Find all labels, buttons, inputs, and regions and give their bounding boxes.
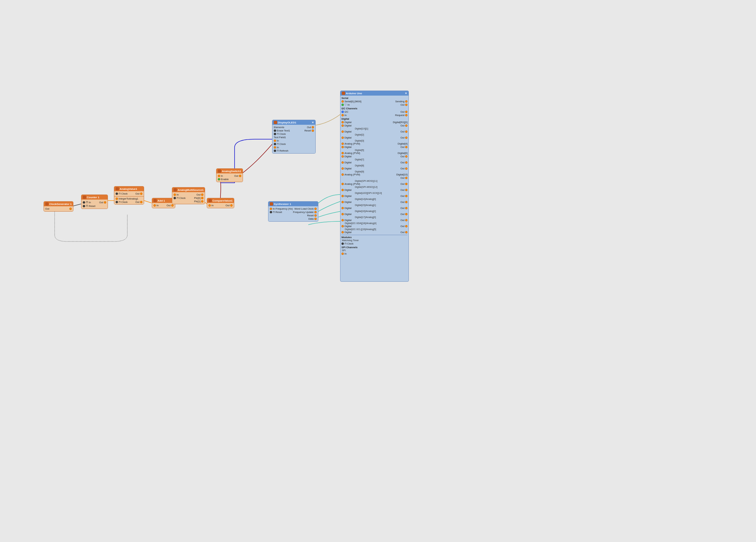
port-data-dot[interactable]: [314, 218, 317, 220]
port-d18-out-dot[interactable]: [405, 225, 407, 227]
port-pin0-dot[interactable]: [201, 197, 203, 199]
port-reset-dot[interactable]: [312, 129, 314, 132]
port-d13-dot[interactable]: [341, 195, 344, 197]
port-d16-out-dot[interactable]: [405, 213, 407, 215]
port-d15-out-dot[interactable]: [405, 207, 407, 209]
port-d1-out-dot[interactable]: [405, 124, 407, 127]
port-word-load-dot[interactable]: [314, 208, 317, 210]
port-row-in: In Out: [153, 204, 174, 207]
port-d10-out2-dot[interactable]: [405, 177, 407, 179]
port-mod-clock-dot[interactable]: [341, 242, 344, 245]
analog-value-header[interactable]: AnalogValue1: [114, 186, 144, 191]
port-d12-dot[interactable]: [341, 189, 344, 191]
port-in-dot[interactable]: [174, 194, 176, 196]
port-out-dot[interactable]: [104, 201, 106, 204]
port-d8-out-dot[interactable]: [405, 161, 407, 164]
add-header[interactable]: Add 1: [152, 198, 175, 203]
port-d5-dot[interactable]: [341, 146, 344, 148]
port-apvm4-dot[interactable]: [341, 143, 344, 145]
port-in-dot[interactable]: [218, 175, 220, 177]
port-sub-clock-dot[interactable]: [116, 201, 118, 203]
port-enable-dot[interactable]: [218, 178, 220, 180]
port-d11-out-dot[interactable]: [405, 183, 407, 185]
port-sub-out-dot[interactable]: [140, 201, 142, 203]
port-reset-dot[interactable]: [83, 205, 85, 207]
port-d3-out-dot[interactable]: [405, 137, 407, 139]
port-apvm6-dot[interactable]: [341, 152, 344, 154]
port-out-dot[interactable]: [201, 194, 203, 196]
port-in-dot[interactable]: [274, 140, 276, 142]
display-oled-header[interactable]: DisplayOLED1 ✕: [272, 120, 315, 125]
port-row-i2c-in: In Request: [341, 114, 407, 117]
port-clock1-dot[interactable]: [274, 133, 276, 135]
port-synth-reset-out-dot[interactable]: [314, 214, 317, 217]
port-freq-update-dot[interactable]: [314, 211, 317, 213]
port-row-digital-9: Digital Out: [341, 167, 407, 170]
port-clock2-dot[interactable]: [274, 143, 276, 145]
counter-header[interactable]: Counter 1: [81, 195, 108, 200]
port-d-rx0-dot[interactable]: [341, 121, 344, 123]
port-serial-dot[interactable]: [341, 100, 344, 103]
analog-switch-header[interactable]: AnalogSwitch1: [216, 169, 243, 173]
port-out-dot[interactable]: [140, 193, 142, 195]
port-d12-out-dot[interactable]: [405, 189, 407, 191]
port-out-dot[interactable]: [230, 204, 233, 207]
port-d16-dot[interactable]: [341, 213, 344, 215]
port-d14-out-dot[interactable]: [405, 201, 407, 203]
compare-value-header[interactable]: CompareValue1: [207, 198, 234, 203]
port-d2-out-dot[interactable]: [405, 130, 407, 133]
port-d15-label: Digital: [344, 207, 352, 210]
port-clock-dot[interactable]: [174, 197, 176, 199]
port-reset-dot[interactable]: [270, 211, 272, 213]
port-out-dot[interactable]: [239, 175, 241, 177]
port-d5-out-dot[interactable]: [405, 146, 407, 148]
clock-generator-header[interactable]: ClockGenerator 1: [44, 202, 73, 206]
port-d3-dot[interactable]: [341, 137, 344, 139]
port-freq-in-dot[interactable]: [270, 208, 272, 210]
port-apvm11-dot[interactable]: [341, 183, 344, 185]
port-d17-dot[interactable]: [341, 219, 344, 221]
port-i2c-in-dot[interactable]: [341, 114, 344, 116]
port-out-dot[interactable]: [171, 204, 174, 207]
display-oled-close[interactable]: ✕: [312, 121, 314, 124]
digital-led-sck-label: Digital[LED][SPI-SCK][13]: [355, 192, 407, 194]
arduino-uno-header[interactable]: Arduino Uno ✕: [340, 91, 408, 96]
port-d9-out-dot[interactable]: [405, 167, 407, 170]
port-d9-dot[interactable]: [341, 167, 344, 170]
port-apvm10-dot[interactable]: [341, 173, 344, 176]
port-sending-dot[interactable]: [405, 100, 407, 103]
port-d13-out-dot[interactable]: [405, 195, 407, 197]
port-out-dot[interactable]: [69, 208, 72, 210]
port-apvm11-label: Analog (PVM): [344, 182, 360, 185]
port-d18-dot[interactable]: [341, 225, 344, 227]
port-d8-dot[interactable]: [341, 161, 344, 164]
port-d14-dot[interactable]: [341, 201, 344, 203]
port-i2c-dot[interactable]: [341, 111, 344, 113]
port-refresh-dot[interactable]: [274, 150, 276, 152]
port-erase-dot[interactable]: [274, 129, 276, 132]
port-d1-dot[interactable]: [341, 124, 344, 127]
port-i2c-out-dot[interactable]: [405, 111, 407, 113]
port-d15-dot[interactable]: [341, 207, 344, 209]
port-request-dot[interactable]: [405, 114, 407, 116]
port-disp-in-dot[interactable]: [274, 146, 276, 149]
port-d2-dot[interactable]: [341, 130, 344, 133]
port-d19-dot[interactable]: [341, 231, 344, 233]
arduino-close[interactable]: ✕: [405, 92, 407, 95]
port-serial-in-dot[interactable]: [341, 104, 344, 106]
port-d7-dot[interactable]: [341, 155, 344, 158]
port-sub-in-dot[interactable]: [116, 198, 118, 200]
port-d17-out-dot[interactable]: [405, 219, 407, 221]
synthesizer-header[interactable]: Synthesizer 1: [268, 202, 318, 206]
analog-multisource-header[interactable]: AnalogMultiSource1: [172, 187, 205, 192]
port-out0-dot[interactable]: [405, 104, 407, 106]
port-clock-dot[interactable]: [116, 193, 118, 195]
port-d19-out-dot[interactable]: [405, 231, 407, 233]
port-in-dot[interactable]: [153, 204, 156, 207]
port-in-dot[interactable]: [208, 204, 211, 207]
port-out-dot[interactable]: [312, 126, 314, 128]
port-spi-in-dot[interactable]: [341, 253, 344, 255]
port-d7-out-dot[interactable]: [405, 155, 407, 158]
port-in-dot[interactable]: [83, 201, 85, 204]
port-pin1-dot[interactable]: [201, 200, 203, 203]
